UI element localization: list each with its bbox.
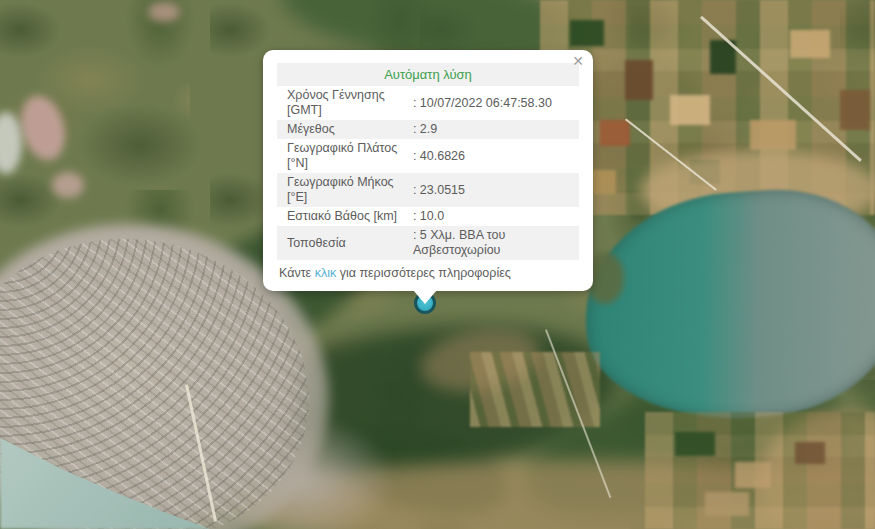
field-patch: [750, 120, 796, 150]
popup-title: Αυτόματη λύση: [277, 63, 579, 86]
town-patch: [52, 172, 84, 198]
field-patch: [735, 462, 771, 488]
click-link[interactable]: κλικ: [315, 266, 337, 280]
field-patch: [705, 492, 749, 516]
row-value: : 23.0515: [413, 181, 579, 200]
popup-table: Αυτόματη λύση Χρόνος Γέννησης [GMT] : 10…: [277, 63, 579, 260]
close-icon[interactable]: ✕: [572, 54, 584, 68]
map-viewport: ✕ Αυτόματη λύση Χρόνος Γέννησης [GMT] : …: [0, 0, 875, 529]
row-value: : 10.0: [413, 207, 579, 226]
row-value: : 10/07/2022 06:47:58.30: [413, 94, 579, 113]
row-value: : 40.6826: [413, 147, 579, 166]
table-row: Χρόνος Γέννησης [GMT] : 10/07/2022 06:47…: [277, 86, 579, 120]
table-row: Μέγεθος : 2.9: [277, 120, 579, 139]
row-label: Γεωγραφικό Πλάτος [°N]: [277, 139, 413, 173]
table-row: Γεωγραφικό Πλάτος [°N] : 40.6826: [277, 139, 579, 173]
field-patch: [675, 432, 715, 456]
more-info-text: Κάντε κλικ για περισσότερες πληροφορίες: [277, 266, 579, 281]
field-patch: [670, 95, 710, 125]
field-patch: [570, 20, 604, 46]
row-label: Γεωγραφικό Μήκος [°E]: [277, 173, 413, 207]
row-label: Χρόνος Γέννησης [GMT]: [277, 86, 413, 120]
field-patch: [790, 30, 830, 58]
popup-tail: [413, 290, 437, 304]
row-value: : 2.9: [413, 120, 579, 139]
row-label: Μέγεθος: [277, 120, 413, 139]
footer-prefix: Κάντε: [279, 266, 315, 280]
field-patch: [840, 90, 870, 130]
row-label: Τοποθεσία: [277, 234, 413, 253]
field-patch: [600, 120, 630, 146]
row-label: Εστιακό Βάθος [km]: [277, 207, 413, 226]
town-patch: [148, 2, 180, 22]
field-strips: [470, 352, 600, 427]
info-popup: ✕ Αυτόματη λύση Χρόνος Γέννησης [GMT] : …: [263, 50, 593, 291]
footer-suffix: για περισσότερες πληροφορίες: [336, 266, 511, 280]
table-row: Γεωγραφικό Μήκος [°E] : 23.0515: [277, 173, 579, 207]
field-patch: [625, 60, 653, 100]
table-row: Εστιακό Βάθος [km] : 10.0: [277, 207, 579, 226]
field-patch: [795, 442, 825, 464]
row-value: : 5 Χλμ. ΒΒΑ του Ασβεστοχωρίου: [413, 226, 579, 260]
farmland-area: [645, 412, 875, 529]
table-row: Τοποθεσία : 5 Χλμ. ΒΒΑ του Ασβεστοχωρίου: [277, 226, 579, 260]
